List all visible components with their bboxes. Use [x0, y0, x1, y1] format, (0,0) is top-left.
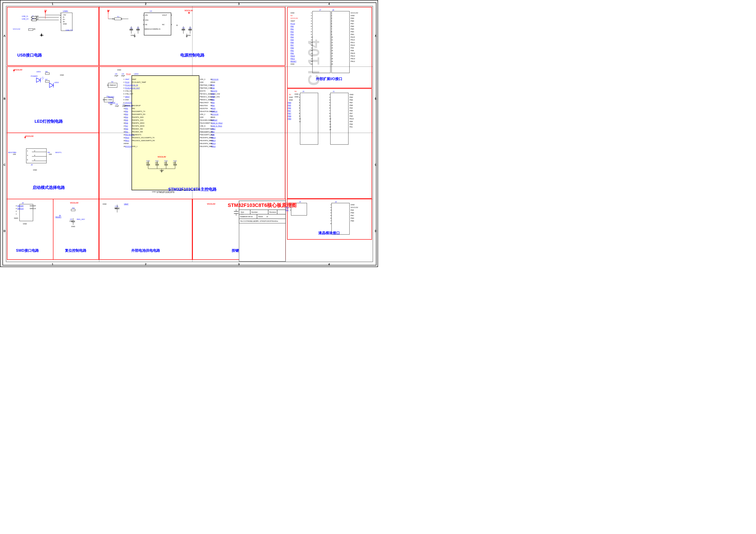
svg-text:1: 1 [311, 12, 312, 14]
svg-text:PB0: PB0 [125, 128, 128, 130]
svg-text:SWDAT: SWDAT [30, 205, 36, 207]
svg-text:6: 6 [299, 107, 300, 109]
svg-text:PB13: PB13 [211, 143, 215, 145]
svg-text:VCC3.3V: VCC3.3V [290, 17, 298, 19]
svg-text:USB1: USB1 [63, 10, 68, 12]
svg-text:PB1: PB1 [290, 50, 294, 52]
svg-text:5: 5 [123, 90, 124, 92]
svg-text:3: 3 [123, 84, 124, 86]
svg-text:SWCLK: SWCLK [211, 110, 218, 112]
svg-text:PA4: PA4 [290, 36, 294, 38]
svg-text:GND: GND [211, 116, 215, 118]
svg-text:4: 4 [60, 19, 61, 21]
svg-text:9: 9 [331, 34, 332, 35]
svg-text:3: 3 [331, 17, 332, 19]
svg-text:GND: GND [60, 74, 64, 76]
svg-text:GND: GND [290, 12, 294, 14]
svg-text:PB13: PB13 [351, 58, 355, 60]
svg-text:10K: 10K [13, 153, 16, 155]
svg-text:1: 1 [143, 14, 144, 16]
svg-text:SWDAT: SWDAT [211, 119, 218, 121]
svg-rect-485 [71, 209, 75, 211]
svg-text:18: 18 [331, 58, 333, 60]
svg-text:C: C [375, 163, 377, 167]
svg-text:104: 104 [173, 162, 176, 164]
svg-text:5: 5 [171, 14, 172, 16]
svg-text:PA6: PA6 [290, 41, 294, 43]
svg-text:PB6/I2C1_SCL/TIM4_CH1: PB6/I2C1_SCL/TIM4_CH1 [200, 96, 220, 98]
svg-text:外部电池供电电路: 外部电池供电电路 [131, 248, 160, 253]
svg-text:4: 4 [328, 2, 330, 6]
svg-text:BOOT0: BOOT0 [211, 90, 217, 92]
svg-text:PA2: PA2 [290, 31, 294, 33]
svg-text:PA7: PA7 [290, 44, 294, 46]
svg-text:GND: GND [152, 191, 156, 193]
svg-text:PB15: PB15 [211, 137, 215, 139]
svg-text:VCC3.3V: VCC3.3V [211, 78, 218, 80]
svg-text:BOOT1: BOOT1 [55, 151, 62, 153]
svg-text:8: 8 [331, 31, 332, 33]
svg-text:PA15: PA15 [211, 107, 215, 110]
svg-text:VCC3.3V: VCC3.3V [351, 206, 358, 208]
svg-text:PB10: PB10 [290, 55, 295, 57]
svg-text:PC13-ANTI_TAMP: PC13-ANTI_TAMP [132, 81, 146, 83]
svg-text:ID: ID [63, 21, 65, 23]
svg-text:VBAT: VBAT [132, 78, 136, 80]
svg-text:4: 4 [171, 24, 172, 25]
svg-text:3: 3 [238, 263, 240, 266]
svg-text:PB5: PB5 [211, 99, 215, 101]
svg-text:13: 13 [331, 44, 333, 46]
svg-text:5: 5 [311, 23, 312, 24]
svg-text:RESET: RESET [108, 96, 114, 98]
svg-text:USB接口电路: USB接口电路 [17, 53, 42, 57]
svg-text:PB9: PB9 [288, 118, 291, 120]
svg-text:PA10: PA10 [211, 128, 215, 130]
svg-text:12: 12 [329, 123, 331, 125]
svg-text:PB12: PB12 [351, 60, 355, 62]
svg-text:14: 14 [331, 47, 333, 49]
svg-text:GND: GND [200, 116, 203, 118]
svg-text:PB9: PB9 [351, 217, 354, 219]
svg-text:10: 10 [299, 118, 301, 120]
svg-text:PA5: PA5 [288, 104, 291, 106]
svg-text:4: 4 [123, 87, 124, 89]
svg-text:USB_D+: USB_D+ [22, 18, 29, 20]
svg-text:104: 104 [155, 162, 158, 164]
svg-text:PA7: PA7 [125, 125, 128, 127]
svg-text:PB5: PB5 [351, 28, 354, 30]
svg-text:PA8: PA8 [349, 123, 353, 125]
svg-text:6: 6 [123, 93, 124, 95]
svg-text:PA5: PA5 [349, 107, 353, 109]
svg-text:PB6: PB6 [351, 25, 354, 27]
svg-text:PA5/SPI1_SCK: PA5/SPI1_SCK [132, 119, 144, 121]
svg-text:PA15: PA15 [351, 36, 355, 38]
svg-text:1: 1 [330, 204, 331, 205]
svg-text:PB7: PB7 [351, 23, 354, 25]
svg-text:液晶模块接口: 液晶模块接口 [318, 231, 340, 235]
svg-text:PB6: PB6 [351, 220, 354, 222]
svg-text:VCC3.3V: VCC3.3V [207, 203, 215, 205]
svg-text:PB14: PB14 [211, 140, 215, 142]
svg-text:5: 5 [27, 159, 28, 161]
svg-text:D+: D+ [63, 18, 65, 20]
svg-text:D-: D- [63, 16, 65, 18]
svg-text:PA6: PA6 [125, 122, 128, 124]
svg-text:6: 6 [34, 159, 35, 161]
svg-text:PB1/ADC_IN9: PB1/ADC_IN9 [132, 131, 143, 133]
svg-text:4: 4 [331, 20, 332, 22]
svg-text:PA12: PA12 [351, 39, 355, 41]
svg-text:J2: J2 [335, 201, 337, 203]
svg-text:5: 5 [299, 105, 300, 106]
svg-text:GND: GND [211, 81, 215, 83]
svg-text:PB1: PB1 [125, 131, 128, 133]
svg-text:GND: GND [294, 96, 299, 98]
svg-text:6: 6 [311, 26, 312, 27]
svg-text:1: 1 [331, 12, 332, 14]
svg-text:启动模式选择电路: 启动模式选择电路 [32, 185, 65, 190]
svg-text:1: 1 [27, 150, 28, 152]
svg-text:File:: File: [240, 220, 243, 222]
svg-text:PA2: PA2 [125, 110, 128, 112]
svg-text:2: 2 [16, 210, 17, 212]
svg-text:2: 2 [145, 2, 147, 6]
svg-text:Sheet: Sheet [258, 216, 263, 218]
